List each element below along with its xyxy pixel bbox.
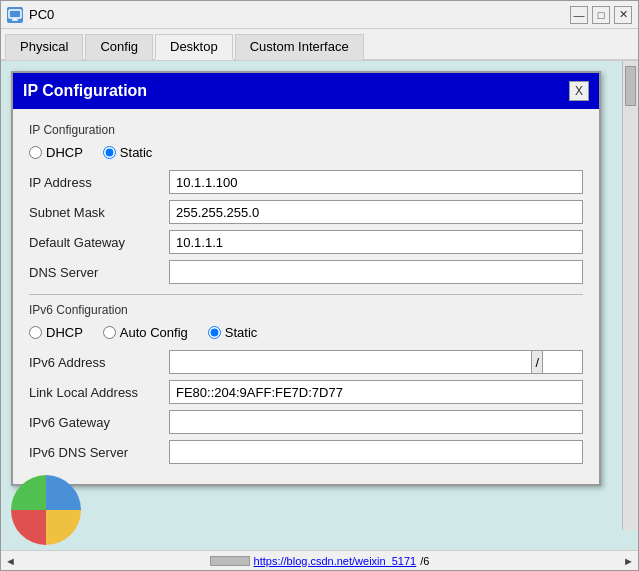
ipv6-dhcp-radio[interactable] <box>29 326 42 339</box>
ipv6-gateway-row: IPv6 Gateway <box>29 410 583 434</box>
scroll-left-arrow[interactable]: ◄ <box>5 555 16 567</box>
scroll-right-arrow[interactable]: ► <box>623 555 634 567</box>
ipv4-section-label: IP Configuration <box>29 123 583 137</box>
ipv6-section-label: IPv6 Configuration <box>29 303 583 317</box>
tab-custom-interface[interactable]: Custom Interface <box>235 34 364 60</box>
dns-server-label: DNS Server <box>29 265 169 280</box>
window-close-button[interactable]: ✕ <box>614 6 632 24</box>
ipv6-autoconfig-label: Auto Config <box>120 325 188 340</box>
section-divider <box>29 294 583 295</box>
ipv4-mode-row: DHCP Static <box>29 145 583 160</box>
pie-chart <box>11 475 81 545</box>
minimize-button[interactable]: — <box>570 6 588 24</box>
link-local-row: Link Local Address <box>29 380 583 404</box>
maximize-button[interactable]: □ <box>592 6 610 24</box>
ipv6-static-option[interactable]: Static <box>208 325 258 340</box>
dialog-header: IP Configuration X <box>13 73 599 109</box>
ipv6-slash-separator: / <box>531 350 543 374</box>
subnet-mask-input[interactable] <box>169 200 583 224</box>
ipv6-dhcp-option[interactable]: DHCP <box>29 325 83 340</box>
default-gateway-row: Default Gateway <box>29 230 583 254</box>
window-controls: — □ ✕ <box>570 6 632 24</box>
ip-address-input[interactable] <box>169 170 583 194</box>
link-local-label: Link Local Address <box>29 385 169 400</box>
ipv6-autoconfig-radio[interactable] <box>103 326 116 339</box>
tab-physical[interactable]: Physical <box>5 34 83 60</box>
dhcp-radio[interactable] <box>29 146 42 159</box>
ip-address-label: IP Address <box>29 175 169 190</box>
ipv6-dns-input[interactable] <box>169 440 583 464</box>
subnet-mask-row: Subnet Mask <box>29 200 583 224</box>
subnet-mask-label: Subnet Mask <box>29 205 169 220</box>
dialog-title: IP Configuration <box>23 82 147 100</box>
dns-server-input[interactable] <box>169 260 583 284</box>
default-gateway-label: Default Gateway <box>29 235 169 250</box>
ipv6-gateway-input[interactable] <box>169 410 583 434</box>
tab-config[interactable]: Config <box>85 34 153 60</box>
horizontal-scrollbar-thumb[interactable] <box>210 556 250 566</box>
page-indicator: /6 <box>420 555 429 567</box>
dialog-body: IP Configuration DHCP Static IP Address <box>13 109 599 484</box>
dialog-close-button[interactable]: X <box>569 81 589 101</box>
scrollbar-thumb[interactable] <box>625 66 636 106</box>
main-window: PC0 — □ ✕ Physical Config Desktop Custom… <box>0 0 639 571</box>
ipv6-dhcp-label: DHCP <box>46 325 83 340</box>
static-radio-option[interactable]: Static <box>103 145 153 160</box>
svg-rect-0 <box>9 10 21 18</box>
ipv6-static-radio[interactable] <box>208 326 221 339</box>
title-bar: PC0 — □ ✕ <box>1 1 638 29</box>
window-title: PC0 <box>29 7 570 22</box>
tab-desktop[interactable]: Desktop <box>155 34 233 60</box>
ip-address-row: IP Address <box>29 170 583 194</box>
dhcp-label: DHCP <box>46 145 83 160</box>
static-radio[interactable] <box>103 146 116 159</box>
tab-bar: Physical Config Desktop Custom Interface <box>1 29 638 61</box>
vertical-scrollbar[interactable] <box>622 61 638 530</box>
ipv6-address-row: IPv6 Address / <box>29 350 583 374</box>
bottom-area <box>1 470 638 550</box>
status-url[interactable]: https://blog.csdn.net/weixin_5171 <box>254 555 417 567</box>
ipv6-dns-label: IPv6 DNS Server <box>29 445 169 460</box>
ipv6-dns-row: IPv6 DNS Server <box>29 440 583 464</box>
ipv6-address-input[interactable] <box>169 350 531 374</box>
ipv6-gateway-label: IPv6 Gateway <box>29 415 169 430</box>
dns-server-row: DNS Server <box>29 260 583 284</box>
ipv6-prefix-input[interactable] <box>543 350 583 374</box>
ipv6-address-group: / <box>169 350 583 374</box>
link-local-input[interactable] <box>169 380 583 404</box>
ipv6-static-label: Static <box>225 325 258 340</box>
content-area: IP Configuration X IP Configuration DHCP… <box>1 61 638 550</box>
ipv6-mode-row: DHCP Auto Config Static <box>29 325 583 340</box>
ipv6-address-label: IPv6 Address <box>29 355 169 370</box>
ipv6-autoconfig-option[interactable]: Auto Config <box>103 325 188 340</box>
default-gateway-input[interactable] <box>169 230 583 254</box>
ip-config-dialog: IP Configuration X IP Configuration DHCP… <box>11 71 601 486</box>
dhcp-radio-option[interactable]: DHCP <box>29 145 83 160</box>
status-bar: ◄ https://blog.csdn.net/weixin_5171 /6 ► <box>1 550 638 570</box>
app-icon <box>7 7 23 23</box>
static-label: Static <box>120 145 153 160</box>
